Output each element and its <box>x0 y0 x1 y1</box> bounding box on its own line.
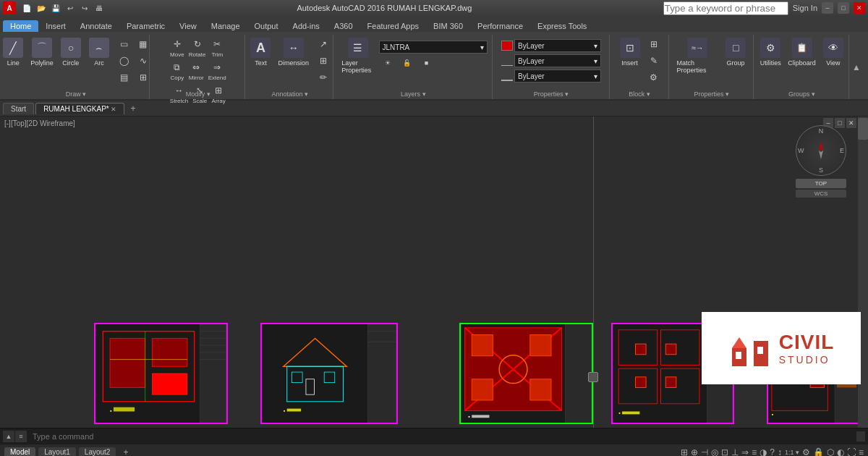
tab-addins[interactable]: Add-ins <box>286 20 327 32</box>
lock-button[interactable]: 🔓 <box>399 55 416 71</box>
tab-bim360[interactable]: BIM 360 <box>426 20 470 32</box>
color-swatch[interactable] <box>501 41 513 51</box>
top-view-button[interactable]: TOP <box>796 179 846 188</box>
layers-group-label[interactable]: Layers <box>335 90 491 98</box>
draw-group-label[interactable]: Draw <box>3 90 149 98</box>
tab-layout2[interactable]: Layout2 <box>79 447 116 456</box>
workspace-icon[interactable]: ⚙ <box>802 447 810 457</box>
cmd-scrollbar[interactable] <box>856 431 865 442</box>
arc-button[interactable]: ⌢ Arc <box>86 36 112 68</box>
transparency-icon[interactable]: ◑ <box>760 447 767 457</box>
tab-a360[interactable]: A360 <box>327 20 360 32</box>
dynmode-icon[interactable]: ⇒ <box>741 447 749 457</box>
linetype-dropdown[interactable]: ByLayer▾ <box>514 54 601 67</box>
more-draw-button[interactable]: ⊞ <box>135 69 152 85</box>
grid-icon[interactable]: ⊞ <box>681 447 688 457</box>
mirror-button[interactable]: ⇔Mirror <box>187 59 205 82</box>
extend-button[interactable]: ⇒Extend <box>207 59 228 82</box>
ribbon-collapse-button[interactable]: ▲ <box>851 62 862 73</box>
minimize-button[interactable]: – <box>822 2 833 14</box>
tab-layout1[interactable]: Layout1 <box>38 447 76 456</box>
add-layout-button[interactable]: + <box>119 446 132 457</box>
text-button[interactable]: A Text <box>247 36 273 68</box>
open-btn[interactable]: 📂 <box>35 1 48 14</box>
lock-icon[interactable]: 🔒 <box>813 447 824 457</box>
close-canvas-button[interactable]: ✕ <box>846 118 856 128</box>
tab-model[interactable]: Model <box>4 447 35 456</box>
otrack-icon[interactable]: ⊥ <box>731 447 739 457</box>
edit-att-button[interactable]: ✎ <box>645 53 663 69</box>
tab-featured[interactable]: Featured Apps <box>360 20 427 32</box>
layer-properties-button[interactable]: ☰ Layer Properties <box>339 36 376 75</box>
tab-insert[interactable]: Insert <box>38 20 73 32</box>
block-group-label[interactable]: Block <box>611 90 668 98</box>
doc-tab-start[interactable]: Start <box>3 103 34 114</box>
polyline-button[interactable]: ⌒ Polyline <box>28 36 56 68</box>
tab-performance[interactable]: Performance <box>470 20 530 32</box>
view-ribbon-button[interactable]: 👁 View <box>820 36 846 68</box>
properties-detail-label[interactable]: Properties <box>494 90 609 98</box>
ortho-icon[interactable]: ⊣ <box>701 447 708 457</box>
create-block-button[interactable]: ⊞ <box>645 36 663 52</box>
manage-att-button[interactable]: ⚙ <box>645 69 663 85</box>
match-properties-button[interactable]: ≈→ Match Properties <box>675 36 721 75</box>
table-button[interactable]: ⊞ <box>315 53 332 69</box>
dimension-button[interactable]: ↔ Dimension <box>276 36 311 68</box>
undo-btn[interactable]: ↩ <box>64 1 77 14</box>
redo-btn[interactable]: ↪ <box>78 1 91 14</box>
color-dropdown[interactable]: ByLayer▾ <box>514 39 601 52</box>
lineweight-icon[interactable]: ≡ <box>752 447 757 457</box>
ellipse-button[interactable]: ◯ <box>116 53 133 69</box>
utilities-group-label[interactable]: Groups <box>755 90 848 98</box>
trim-button[interactable]: ✂Trim <box>208 36 226 59</box>
add-doc-tab-button[interactable]: + <box>126 102 140 115</box>
circle-button[interactable]: ○ Circle <box>58 36 84 68</box>
sel-cycling-icon[interactable]: ↕ <box>778 447 782 457</box>
doc-tab-rumah[interactable]: RUMAH LENGKAP* ✕ <box>35 103 124 114</box>
snap-icon[interactable]: ⊕ <box>691 447 698 457</box>
group-button[interactable]: □ Group <box>723 36 749 68</box>
annotation-scale[interactable]: 1:1 ▾ <box>785 449 799 456</box>
wcs-button[interactable]: WCS <box>796 190 846 198</box>
modify-group-label[interactable]: Modify <box>151 90 244 98</box>
maximize-button[interactable]: □ <box>838 2 849 14</box>
print-btn[interactable]: 🖶 <box>93 1 106 14</box>
save-btn[interactable]: 💾 <box>49 1 62 14</box>
rect-button[interactable]: ▭ <box>116 36 133 52</box>
tab-annotate[interactable]: Annotate <box>73 20 119 32</box>
tab-output[interactable]: Output <box>247 20 286 32</box>
rotate-button[interactable]: ↻Rotate <box>187 36 208 59</box>
color-button[interactable]: ■ <box>418 55 435 71</box>
osnap-icon[interactable]: ⊡ <box>721 447 728 457</box>
polar-icon[interactable]: ◎ <box>711 447 718 457</box>
signin-button[interactable]: Sign In <box>793 4 817 12</box>
spline-button[interactable]: ∿ <box>135 53 152 69</box>
new-btn[interactable]: 📄 <box>20 1 33 14</box>
tab-view[interactable]: View <box>172 20 204 32</box>
cmd-options-btn[interactable]: ≡ <box>15 431 27 442</box>
fullscreen-icon[interactable]: ⛶ <box>847 447 856 457</box>
freeze-button[interactable]: ☀ <box>379 55 396 71</box>
multileader-button[interactable]: ↗ <box>315 36 332 52</box>
matchprop-group-label[interactable]: Properties <box>671 90 754 98</box>
markup-button[interactable]: ✏ <box>315 69 332 85</box>
tab-manage[interactable]: Manage <box>204 20 247 32</box>
line-button[interactable]: ╱ Line <box>0 36 26 68</box>
utilities-button[interactable]: ⚙ Utilities <box>757 36 783 68</box>
hatch-button[interactable]: ▦ <box>135 36 152 52</box>
tab-home[interactable]: Home <box>3 20 38 32</box>
scroll-handle[interactable] <box>588 372 598 382</box>
hardware-accel-icon[interactable]: ⬡ <box>827 447 834 457</box>
search-input[interactable] <box>663 1 788 15</box>
tab-parametric[interactable]: Parametric <box>119 20 172 32</box>
cmd-expand-btn[interactable]: ▲ <box>3 431 14 442</box>
copy-button[interactable]: ⧉Copy <box>169 59 186 82</box>
layer-dropdown[interactable]: JLNTRA ▾ <box>379 41 488 54</box>
region-button[interactable]: ▤ <box>116 69 133 85</box>
tab-express[interactable]: Express Tools <box>530 20 594 32</box>
clipboard-button[interactable]: 📋 Clipboard <box>786 36 818 68</box>
annotation-group-label[interactable]: Annotation <box>247 90 333 98</box>
close-button[interactable]: ✕ <box>854 2 865 14</box>
customize-icon[interactable]: ≡ <box>859 447 864 457</box>
move-button[interactable]: ✛Move <box>169 36 186 59</box>
